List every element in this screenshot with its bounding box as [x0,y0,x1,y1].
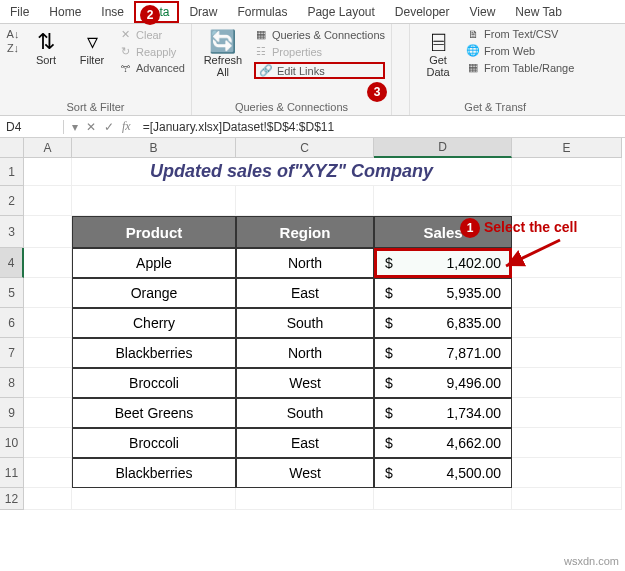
cell-a7[interactable] [24,338,72,368]
cell-a1[interactable] [24,158,72,186]
tab-file[interactable]: File [0,1,39,23]
row-head-6[interactable]: 6 [0,308,24,338]
tab-home[interactable]: Home [39,1,91,23]
select-all-corner[interactable] [0,138,24,158]
col-head-e[interactable]: E [512,138,622,158]
fx-icon[interactable]: fx [122,119,131,134]
cell-e12[interactable] [512,488,622,510]
row-head-4[interactable]: 4 [0,248,24,278]
header-product[interactable]: Product [72,216,236,248]
cell-e10[interactable] [512,428,622,458]
tab-draw[interactable]: Draw [179,1,227,23]
cell-a8[interactable] [24,368,72,398]
cell-e1[interactable] [512,158,622,186]
cell-c2[interactable] [236,186,374,216]
tab-view[interactable]: View [460,1,506,23]
advanced-button[interactable]: 🝖Advanced [118,62,185,74]
cell-a2[interactable] [24,186,72,216]
cell-e7[interactable] [512,338,622,368]
cell-sales-5[interactable]: $5,935.00 [374,278,512,308]
cell-region-9[interactable]: South [236,398,374,428]
cell-a5[interactable] [24,278,72,308]
tab-page-layout[interactable]: Page Layout [297,1,384,23]
cell-e9[interactable] [512,398,622,428]
cell-b2[interactable] [72,186,236,216]
edit-links-button[interactable]: 🔗Edit Links [254,62,385,79]
cell-a3[interactable] [24,216,72,248]
cell-product-4[interactable]: Apple [72,248,236,278]
row-head-9[interactable]: 9 [0,398,24,428]
cell-region-5[interactable]: East [236,278,374,308]
cell-a12[interactable] [24,488,72,510]
from-text-button[interactable]: 🗎From Text/CSV [466,28,574,40]
cell-b12[interactable] [72,488,236,510]
cell-product-9[interactable]: Beet Greens [72,398,236,428]
col-head-c[interactable]: C [236,138,374,158]
cell-sales-10[interactable]: $4,662.00 [374,428,512,458]
cell-sales-6[interactable]: $6,835.00 [374,308,512,338]
cell-sales-7[interactable]: $7,871.00 [374,338,512,368]
cell-a9[interactable] [24,398,72,428]
cell-region-7[interactable]: North [236,338,374,368]
tab-formulas[interactable]: Formulas [227,1,297,23]
cell-product-11[interactable]: Blackberries [72,458,236,488]
tab-new-tab[interactable]: New Tab [505,1,571,23]
row-head-12[interactable]: 12 [0,488,24,510]
cell-sales-8[interactable]: $9,496.00 [374,368,512,398]
cell-d2[interactable] [374,186,512,216]
cell-a10[interactable] [24,428,72,458]
cell-sales-4[interactable]: $1,402.00 [374,248,512,278]
cell-a4[interactable] [24,248,72,278]
accept-formula-icon[interactable]: ✓ [104,120,114,134]
cell-region-10[interactable]: East [236,428,374,458]
row-head-1[interactable]: 1 [0,158,24,186]
col-head-d[interactable]: D [374,138,512,158]
sort-button[interactable]: ⇅ Sort [26,28,66,66]
from-table-button[interactable]: ▦From Table/Range [466,61,574,74]
cell-a11[interactable] [24,458,72,488]
cancel-formula-icon[interactable]: ✕ [86,120,96,134]
row-head-5[interactable]: 5 [0,278,24,308]
from-web-button[interactable]: 🌐From Web [466,44,574,57]
col-head-b[interactable]: B [72,138,236,158]
cell-e11[interactable] [512,458,622,488]
title-cell[interactable]: Updated sales of"XYZ" Company [72,158,512,186]
row-head-7[interactable]: 7 [0,338,24,368]
cell-product-5[interactable]: Orange [72,278,236,308]
row-head-10[interactable]: 10 [0,428,24,458]
cell-region-11[interactable]: West [236,458,374,488]
header-region[interactable]: Region [236,216,374,248]
cell-e6[interactable] [512,308,622,338]
queries-connections-button[interactable]: ▦Queries & Connections [254,28,385,41]
formula-bar[interactable]: =[January.xlsx]Dataset!$D$4:$D$11 [139,120,625,134]
cell-product-10[interactable]: Broccoli [72,428,236,458]
cell-product-6[interactable]: Cherry [72,308,236,338]
cell-region-6[interactable]: South [236,308,374,338]
cell-d12[interactable] [374,488,512,510]
name-box[interactable]: D4 [0,120,64,134]
cell-product-8[interactable]: Broccoli [72,368,236,398]
row-head-11[interactable]: 11 [0,458,24,488]
row-head-3[interactable]: 3 [0,216,24,248]
row-head-8[interactable]: 8 [0,368,24,398]
refresh-all-button[interactable]: 🔄 Refresh All [198,28,248,78]
cell-sales-11[interactable]: $4,500.00 [374,458,512,488]
row-head-2[interactable]: 2 [0,186,24,216]
tab-developer[interactable]: Developer [385,1,460,23]
cell-product-7[interactable]: Blackberries [72,338,236,368]
cell-c12[interactable] [236,488,374,510]
sort-za-button[interactable]: Z↓ [6,42,20,54]
filter-button[interactable]: ▿ Filter [72,28,112,66]
tab-insert[interactable]: Inse [91,1,134,23]
cell-a6[interactable] [24,308,72,338]
dropdown-icon[interactable]: ▾ [72,120,78,134]
cell-e5[interactable] [512,278,622,308]
cell-region-8[interactable]: West [236,368,374,398]
cell-e2[interactable] [512,186,622,216]
cell-e8[interactable] [512,368,622,398]
get-data-button[interactable]: ⌸ Get Data [416,28,460,78]
cell-sales-9[interactable]: $1,734.00 [374,398,512,428]
cell-region-4[interactable]: North [236,248,374,278]
sort-az-button[interactable]: A↓ [6,28,20,40]
col-head-a[interactable]: A [24,138,72,158]
